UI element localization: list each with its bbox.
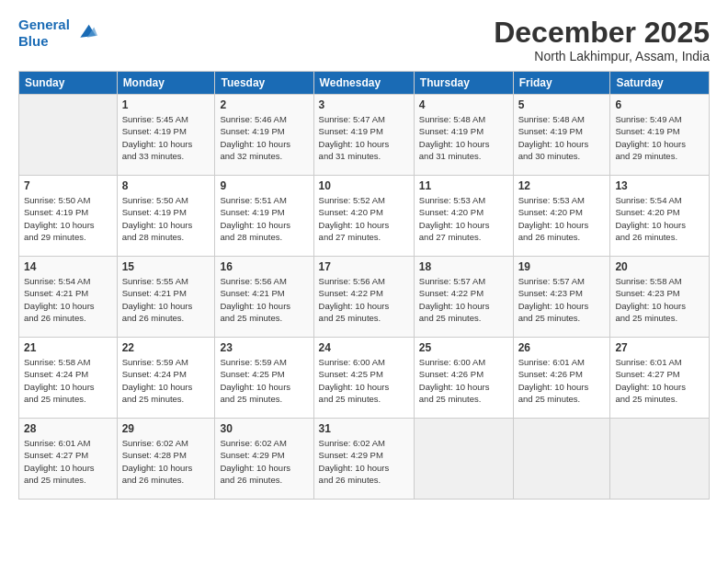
day-info: Sunrise: 6:01 AMSunset: 4:27 PMDaylight:… xyxy=(615,356,704,405)
day-number: 31 xyxy=(319,422,409,435)
calendar-cell xyxy=(513,419,610,500)
calendar-cell: 3Sunrise: 5:47 AMSunset: 4:19 PMDaylight… xyxy=(313,95,414,176)
day-number: 19 xyxy=(518,260,606,273)
logo-general: General xyxy=(18,17,70,32)
calendar-cell: 19Sunrise: 5:57 AMSunset: 4:23 PMDayligh… xyxy=(513,257,610,338)
day-number: 20 xyxy=(615,260,704,273)
day-info: Sunrise: 6:02 AMSunset: 4:28 PMDaylight:… xyxy=(122,437,210,486)
day-number: 27 xyxy=(615,341,704,354)
calendar-cell xyxy=(414,419,513,500)
logo-text: General Blue xyxy=(18,17,70,50)
day-number: 22 xyxy=(122,341,210,354)
day-number: 12 xyxy=(518,179,606,192)
calendar-cell: 11Sunrise: 5:53 AMSunset: 4:20 PMDayligh… xyxy=(414,176,513,257)
day-info: Sunrise: 5:56 AMSunset: 4:21 PMDaylight:… xyxy=(220,275,308,324)
day-number: 26 xyxy=(518,341,606,354)
day-number: 25 xyxy=(419,341,508,354)
weekday-friday: Friday xyxy=(513,72,610,95)
calendar-cell: 30Sunrise: 6:02 AMSunset: 4:29 PMDayligh… xyxy=(215,419,313,500)
calendar-cell: 28Sunrise: 6:01 AMSunset: 4:27 PMDayligh… xyxy=(19,419,118,500)
day-info: Sunrise: 5:51 AMSunset: 4:19 PMDaylight:… xyxy=(220,194,308,243)
day-number: 1 xyxy=(122,98,210,111)
calendar-cell: 15Sunrise: 5:55 AMSunset: 4:21 PMDayligh… xyxy=(117,257,215,338)
day-info: Sunrise: 5:58 AMSunset: 4:23 PMDaylight:… xyxy=(615,275,704,324)
day-info: Sunrise: 5:48 AMSunset: 4:19 PMDaylight:… xyxy=(518,113,606,162)
calendar-cell: 16Sunrise: 5:56 AMSunset: 4:21 PMDayligh… xyxy=(215,257,313,338)
day-info: Sunrise: 5:53 AMSunset: 4:20 PMDaylight:… xyxy=(419,194,508,243)
day-info: Sunrise: 5:59 AMSunset: 4:25 PMDaylight:… xyxy=(220,356,308,405)
day-info: Sunrise: 6:01 AMSunset: 4:27 PMDaylight:… xyxy=(24,437,112,486)
weekday-sunday: Sunday xyxy=(19,72,118,95)
day-info: Sunrise: 6:01 AMSunset: 4:26 PMDaylight:… xyxy=(518,356,606,405)
calendar-cell: 27Sunrise: 6:01 AMSunset: 4:27 PMDayligh… xyxy=(610,338,710,419)
header: General Blue December 2025 North Lakhimp… xyxy=(18,17,710,63)
calendar-cell: 18Sunrise: 5:57 AMSunset: 4:22 PMDayligh… xyxy=(414,257,513,338)
day-number: 28 xyxy=(24,422,112,435)
calendar-cell: 25Sunrise: 6:00 AMSunset: 4:26 PMDayligh… xyxy=(414,338,513,419)
day-number: 24 xyxy=(319,341,409,354)
day-info: Sunrise: 5:54 AMSunset: 4:21 PMDaylight:… xyxy=(24,275,112,324)
day-info: Sunrise: 5:53 AMSunset: 4:20 PMDaylight:… xyxy=(518,194,606,243)
day-number: 7 xyxy=(24,179,112,192)
calendar-cell: 31Sunrise: 6:02 AMSunset: 4:29 PMDayligh… xyxy=(313,419,414,500)
weekday-monday: Monday xyxy=(117,72,215,95)
calendar-body: 1Sunrise: 5:45 AMSunset: 4:19 PMDaylight… xyxy=(19,95,710,500)
weekday-saturday: Saturday xyxy=(610,72,710,95)
day-info: Sunrise: 5:57 AMSunset: 4:23 PMDaylight:… xyxy=(518,275,606,324)
calendar-cell: 17Sunrise: 5:56 AMSunset: 4:22 PMDayligh… xyxy=(313,257,414,338)
day-number: 6 xyxy=(615,98,704,111)
day-number: 10 xyxy=(319,179,409,192)
calendar-cell: 12Sunrise: 5:53 AMSunset: 4:20 PMDayligh… xyxy=(513,176,610,257)
calendar-week-4: 21Sunrise: 5:58 AMSunset: 4:24 PMDayligh… xyxy=(19,338,710,419)
calendar-cell: 29Sunrise: 6:02 AMSunset: 4:28 PMDayligh… xyxy=(117,419,215,500)
day-number: 18 xyxy=(419,260,508,273)
day-number: 16 xyxy=(220,260,308,273)
calendar-cell: 6Sunrise: 5:49 AMSunset: 4:19 PMDaylight… xyxy=(610,95,710,176)
calendar-week-2: 7Sunrise: 5:50 AMSunset: 4:19 PMDaylight… xyxy=(19,176,710,257)
day-info: Sunrise: 5:50 AMSunset: 4:19 PMDaylight:… xyxy=(24,194,112,243)
calendar-cell: 23Sunrise: 5:59 AMSunset: 4:25 PMDayligh… xyxy=(215,338,313,419)
day-info: Sunrise: 5:56 AMSunset: 4:22 PMDaylight:… xyxy=(319,275,409,324)
day-number: 13 xyxy=(615,179,704,192)
calendar-cell: 22Sunrise: 5:59 AMSunset: 4:24 PMDayligh… xyxy=(117,338,215,419)
weekday-header-row: SundayMondayTuesdayWednesdayThursdayFrid… xyxy=(19,72,710,95)
calendar-cell: 1Sunrise: 5:45 AMSunset: 4:19 PMDaylight… xyxy=(117,95,215,176)
day-info: Sunrise: 5:49 AMSunset: 4:19 PMDaylight:… xyxy=(615,113,704,162)
logo-blue: Blue xyxy=(18,33,49,49)
calendar-cell xyxy=(19,95,118,176)
calendar-cell: 20Sunrise: 5:58 AMSunset: 4:23 PMDayligh… xyxy=(610,257,710,338)
month-title: December 2025 xyxy=(494,17,710,49)
calendar-cell: 10Sunrise: 5:52 AMSunset: 4:20 PMDayligh… xyxy=(313,176,414,257)
calendar-cell: 13Sunrise: 5:54 AMSunset: 4:20 PMDayligh… xyxy=(610,176,710,257)
calendar-cell xyxy=(610,419,710,500)
day-info: Sunrise: 6:00 AMSunset: 4:26 PMDaylight:… xyxy=(419,356,508,405)
day-info: Sunrise: 5:50 AMSunset: 4:19 PMDaylight:… xyxy=(122,194,210,243)
day-info: Sunrise: 5:46 AMSunset: 4:19 PMDaylight:… xyxy=(220,113,308,162)
day-number: 3 xyxy=(319,98,409,111)
day-info: Sunrise: 5:52 AMSunset: 4:20 PMDaylight:… xyxy=(319,194,409,243)
weekday-tuesday: Tuesday xyxy=(215,72,313,95)
calendar-header: SundayMondayTuesdayWednesdayThursdayFrid… xyxy=(19,72,710,95)
weekday-wednesday: Wednesday xyxy=(313,72,414,95)
calendar-week-5: 28Sunrise: 6:01 AMSunset: 4:27 PMDayligh… xyxy=(19,419,710,500)
day-number: 23 xyxy=(220,341,308,354)
logo-icon xyxy=(72,20,97,46)
day-info: Sunrise: 5:59 AMSunset: 4:24 PMDaylight:… xyxy=(122,356,210,405)
day-info: Sunrise: 6:02 AMSunset: 4:29 PMDaylight:… xyxy=(220,437,308,486)
calendar-table: SundayMondayTuesdayWednesdayThursdayFrid… xyxy=(18,71,710,500)
day-number: 4 xyxy=(419,98,508,111)
day-info: Sunrise: 6:02 AMSunset: 4:29 PMDaylight:… xyxy=(319,437,409,486)
weekday-thursday: Thursday xyxy=(414,72,513,95)
day-info: Sunrise: 5:55 AMSunset: 4:21 PMDaylight:… xyxy=(122,275,210,324)
day-info: Sunrise: 6:00 AMSunset: 4:25 PMDaylight:… xyxy=(319,356,409,405)
calendar-cell: 24Sunrise: 6:00 AMSunset: 4:25 PMDayligh… xyxy=(313,338,414,419)
day-number: 29 xyxy=(122,422,210,435)
logo: General Blue xyxy=(18,17,97,50)
calendar-week-3: 14Sunrise: 5:54 AMSunset: 4:21 PMDayligh… xyxy=(19,257,710,338)
page: General Blue December 2025 North Lakhimp… xyxy=(0,0,728,563)
day-number: 17 xyxy=(319,260,409,273)
calendar-cell: 14Sunrise: 5:54 AMSunset: 4:21 PMDayligh… xyxy=(19,257,118,338)
calendar-cell: 8Sunrise: 5:50 AMSunset: 4:19 PMDaylight… xyxy=(117,176,215,257)
calendar-cell: 21Sunrise: 5:58 AMSunset: 4:24 PMDayligh… xyxy=(19,338,118,419)
calendar-cell: 9Sunrise: 5:51 AMSunset: 4:19 PMDaylight… xyxy=(215,176,313,257)
